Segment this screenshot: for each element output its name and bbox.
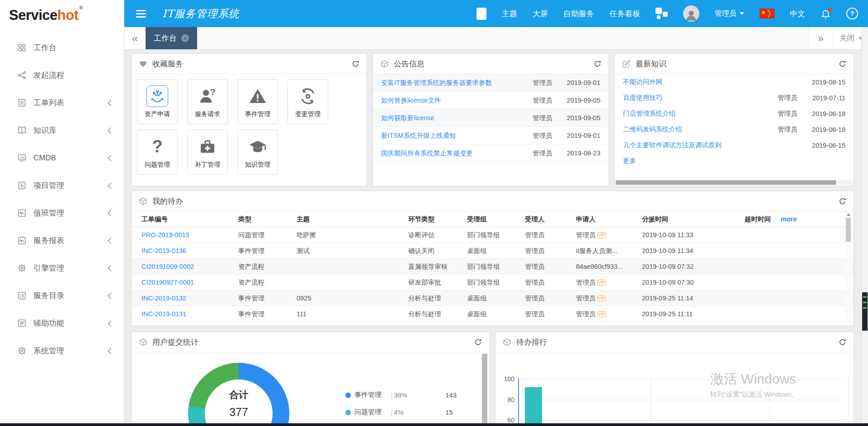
- panel-toggle-icon[interactable]: [476, 8, 486, 20]
- avatar[interactable]: [683, 5, 699, 22]
- legend-item[interactable]: 问题管理 | 4% 15: [345, 408, 453, 417]
- service-tile-icon: [197, 136, 218, 158]
- hamburger-menu-icon[interactable]: [136, 8, 146, 19]
- donut-total-value: 377: [205, 406, 273, 419]
- vertical-scrollbar-thumb[interactable]: [482, 354, 487, 424]
- apps-grid-icon[interactable]: [656, 8, 668, 20]
- bar-chart: 100 80 60 40: [495, 352, 854, 426]
- knowledge-link[interactable]: 门店管理系统介绍: [623, 109, 778, 118]
- ticket-link[interactable]: PRO-2019-0015: [142, 231, 189, 239]
- service-tile[interactable]: 问题管理: [137, 130, 178, 175]
- gridline-vertical: [651, 378, 651, 426]
- sidebar-item[interactable]: 值班管理: [0, 199, 124, 227]
- sidebar-item[interactable]: 引擎管理: [0, 254, 124, 282]
- refresh-icon[interactable]: [839, 197, 846, 205]
- ticket-link[interactable]: CI20190927-0001: [142, 279, 194, 286]
- gridline: [518, 379, 844, 379]
- knowledge-more-link[interactable]: 更多: [615, 153, 854, 169]
- refresh-icon[interactable]: [352, 60, 359, 68]
- service-tile[interactable]: 资产申请: [137, 79, 178, 124]
- service-tile-label: 变更管理: [295, 110, 321, 118]
- tab-workbench[interactable]: 工作台 ×: [146, 27, 197, 49]
- knowledge-date: 2019-06-15: [806, 142, 845, 149]
- navbar-menu-item[interactable]: 主题: [502, 9, 517, 19]
- service-tile[interactable]: 变更管理: [288, 79, 328, 124]
- sidebar-item-icon: [17, 346, 27, 356]
- sidebar-item-icon: [17, 70, 27, 80]
- ticket-link[interactable]: INC-2019-0132: [142, 295, 186, 302]
- ticket-dispatch-time: 2019-10-09 07:30: [642, 279, 745, 286]
- announcement-link[interactable]: 如何替换license文件: [381, 96, 533, 105]
- knowledge-link[interactable]: 几个主要软件调试方法及调试原则: [623, 141, 778, 150]
- sidebar-item[interactable]: 服务报表: [0, 227, 124, 254]
- china-flag-icon[interactable]: ★ ★ ★ ★ ★: [760, 9, 774, 19]
- sidebar-item[interactable]: 知识库: [0, 117, 124, 144]
- navbar-menu-item[interactable]: 大屏: [533, 9, 548, 19]
- announcement-author: 管理员: [533, 114, 561, 122]
- service-tile[interactable]: 服务请求: [187, 79, 228, 124]
- gridline-vertical: [769, 378, 770, 426]
- ticket-type: 问题管理: [238, 231, 297, 239]
- sidebar-item-label: 值班管理: [33, 208, 64, 218]
- ticket-dispatch-time: 2019-09-25 11:14: [642, 295, 745, 302]
- sidebar-item[interactable]: 工单列表: [0, 89, 124, 117]
- announcement-link[interactable]: 新ITSM系统升级上线通知: [381, 131, 533, 140]
- navbar-right-cluster: 主题大屏自助服务任务看板 管理员 ★ ★ ★ ★ ★ 中文 ?: [476, 5, 858, 22]
- sidebar-item-label: 服务目录: [33, 290, 64, 301]
- scroll-up-arrow-icon[interactable]: [847, 213, 850, 216]
- ticket-link[interactable]: INC-2019-0136: [142, 247, 186, 254]
- sidebar-item[interactable]: 项目管理: [0, 172, 124, 199]
- notifications-bell-icon[interactable]: [821, 9, 831, 19]
- knowledge-link[interactable]: 百度使用技巧: [623, 94, 778, 102]
- tabs-scroll-left-button[interactable]: «: [124, 27, 146, 49]
- sidebar-item[interactable]: 服务目录: [0, 282, 124, 309]
- announcement-link[interactable]: 安装IT服务管理系统的服务器要求参数: [381, 79, 533, 87]
- help-icon[interactable]: ?: [846, 8, 858, 19]
- knowledge-link[interactable]: 不能访问外网: [623, 78, 778, 86]
- todo-more-link[interactable]: more: [781, 215, 800, 223]
- knowledge-row: 不能访问外网 2019-08-15: [615, 74, 854, 90]
- user-dropdown[interactable]: 管理员: [715, 9, 744, 19]
- announcement-list: 安装IT服务管理系统的服务器要求参数 管理员 2019-09-01 如何替换li…: [373, 74, 609, 162]
- announcement-link[interactable]: 如何获取新license: [381, 114, 533, 122]
- refresh-icon[interactable]: [839, 60, 846, 68]
- tab-close-icon[interactable]: ×: [181, 34, 189, 42]
- vertical-scrollbar-thumb[interactable]: [846, 218, 851, 242]
- service-tile-label: 事件管理: [245, 110, 270, 118]
- sidebar-item-icon: [17, 126, 27, 135]
- refresh-icon[interactable]: [474, 338, 482, 346]
- page-scrollbar-thumb[interactable]: [862, 292, 868, 331]
- service-tile[interactable]: 事件管理: [237, 79, 278, 124]
- ticket-link[interactable]: INC-2019-0131: [142, 310, 186, 318]
- ticket-requester: 管理员VIP: [576, 231, 642, 239]
- service-tile-label: 补丁管理: [195, 161, 220, 169]
- servicehot-logo[interactable]: Servicehot®: [0, 0, 124, 30]
- refresh-icon[interactable]: [594, 60, 601, 68]
- knowledge-link[interactable]: 二维码发码系统介绍: [623, 125, 778, 134]
- announcement-link[interactable]: 国庆期间所有系统禁止常规变更: [381, 149, 533, 158]
- service-tile-icon: [297, 85, 319, 107]
- sidebar-item[interactable]: 辅助功能: [0, 309, 124, 337]
- panel-title: 公告信息: [394, 59, 425, 69]
- sidebar-item[interactable]: 工作台: [0, 34, 124, 61]
- service-tile-icon: [197, 85, 218, 107]
- sidebar-item[interactable]: 发起流程: [0, 61, 124, 89]
- knowledge-author: 管理员: [778, 109, 806, 118]
- app-title: IT服务管理系统: [162, 7, 239, 21]
- refresh-icon[interactable]: [839, 338, 846, 346]
- tabs-scroll-right-button[interactable]: »: [808, 27, 834, 49]
- sidebar-item[interactable]: 系统管理: [0, 337, 124, 365]
- ticket-group: 桌面组: [467, 247, 525, 255]
- service-tile[interactable]: 补丁管理: [187, 130, 228, 175]
- navbar-menu-item[interactable]: 任务看板: [609, 9, 640, 19]
- service-tile[interactable]: 知识管理: [237, 130, 278, 175]
- announcement-date: 2019-09-05: [561, 97, 600, 104]
- language-switch[interactable]: 中文: [790, 9, 805, 19]
- navbar-menu-item[interactable]: 自助服务: [563, 9, 594, 19]
- legend-item[interactable]: 事件管理 | 38% 143: [345, 391, 457, 399]
- ticket-link[interactable]: CI20191009-0002: [142, 263, 194, 270]
- ticket-type: 事件管理: [238, 294, 297, 303]
- horizontal-scrollbar-thumb[interactable]: [616, 180, 836, 185]
- sidebar-item[interactable]: CMDB: [0, 144, 124, 172]
- ticket-handler: 管理员: [525, 278, 576, 287]
